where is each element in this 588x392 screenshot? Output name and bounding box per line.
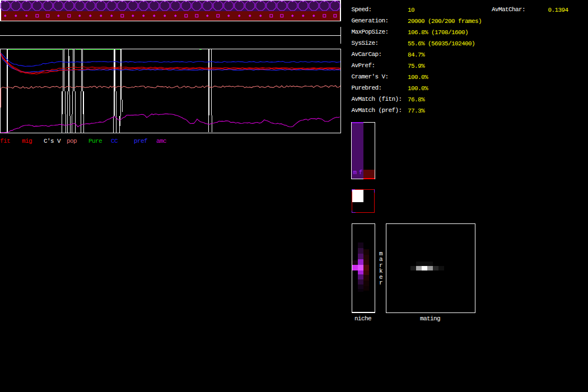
svg-text:10: 10 [408,7,414,13]
svg-text:76.8%: 76.8% [408,96,425,103]
svg-text:pop: pop [67,138,77,144]
svg-text:75.9%: 75.9% [408,63,425,69]
svg-text:Generation:: Generation: [352,17,389,24]
svg-text:AvMatChar:: AvMatChar: [492,6,525,13]
svg-text:0.1394: 0.1394 [548,7,569,13]
svg-text:84.7%: 84.7% [408,52,425,58]
svg-text:fit: fit [0,138,10,144]
svg-text:niche: niche [354,315,371,322]
svg-text:Cramer's V:: Cramer's V: [352,73,389,80]
svg-text:mating: mating [420,315,440,322]
svg-text:106.8% (1708/1600): 106.8% (1708/1600) [408,29,468,36]
svg-text:77.3%: 77.3% [408,108,425,114]
svg-text:pref: pref [134,138,147,144]
svg-text:SysSize:: SysSize: [352,40,379,46]
svg-text:Purebred:: Purebred: [352,85,382,91]
svg-text:AvMatch (fitn):: AvMatch (fitn): [352,96,402,102]
svg-text:MaxPopSize:: MaxPopSize: [352,29,389,35]
svg-text:Speed:: Speed: [352,6,372,13]
svg-text:C's V: C's V [44,138,61,144]
svg-text:100.0%: 100.0% [408,85,428,92]
svg-text:AvCarCap:: AvCarCap: [352,51,382,58]
svg-text:amc: amc [156,138,166,144]
svg-text:f: f [359,169,362,176]
svg-text:20000 (200/200 frames): 20000 (200/200 frames) [408,18,482,25]
svg-text:m: m [353,169,357,176]
svg-text:r: r [379,279,382,286]
svg-text:AvMatch (pref):: AvMatch (pref): [352,107,402,114]
svg-text:100.0%: 100.0% [408,74,428,81]
svg-text:55.6% (56935/102400): 55.6% (56935/102400) [408,40,475,47]
svg-text:AvPref:: AvPref: [352,62,375,69]
svg-text:mig: mig [22,138,32,144]
svg-text:Pure: Pure [88,138,102,144]
svg-text:CC: CC [111,138,118,144]
